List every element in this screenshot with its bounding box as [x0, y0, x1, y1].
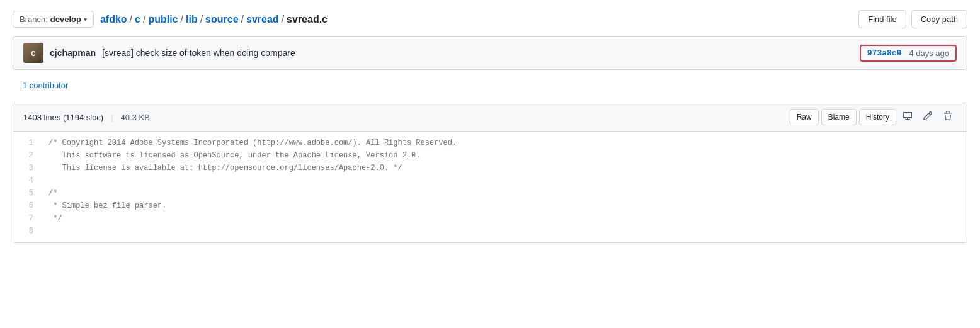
chevron-down-icon: ▾ — [84, 16, 87, 23]
commit-author[interactable]: cjchapman — [50, 48, 96, 58]
line-content: /* Copyright 2014 Adobe Systems Incorpor… — [43, 137, 967, 149]
breadcrumb: afdko / c / public / lib / source / svre… — [100, 14, 328, 25]
contributor-bar: 1 contributor — [13, 75, 967, 95]
blame-button[interactable]: Blame — [821, 109, 857, 125]
breadcrumb-afdko[interactable]: afdko — [100, 14, 127, 25]
line-number[interactable]: 2 — [13, 149, 43, 162]
top-bar: Branch: develop ▾ afdko / c / public / l… — [13, 10, 967, 28]
file-actions: Raw Blame History — [790, 108, 957, 126]
sep-3: / — [181, 14, 183, 25]
contributor-count: 1 — [23, 81, 27, 90]
commit-sha[interactable]: 973a8c9 — [867, 48, 902, 58]
commit-time: 4 days ago — [909, 48, 949, 58]
avatar-image: c — [23, 43, 43, 63]
file-size: 40.3 KB — [121, 113, 150, 122]
table-row: 1/* Copyright 2014 Adobe Systems Incorpo… — [13, 137, 967, 149]
table-row: 6 * Simple bez file parser. — [13, 200, 967, 212]
breadcrumb-source[interactable]: source — [205, 14, 238, 25]
line-number[interactable]: 4 — [13, 174, 43, 187]
line-number[interactable]: 7 — [13, 212, 43, 225]
commit-bar-left: c cjchapman [svread] check size of token… — [23, 43, 295, 63]
sep-4: / — [200, 14, 203, 25]
line-content: /* — [43, 187, 967, 200]
breadcrumb-c[interactable]: c — [135, 14, 140, 25]
line-number[interactable]: 1 — [13, 137, 43, 149]
desktop-icon[interactable] — [899, 108, 916, 126]
history-button[interactable]: History — [859, 109, 896, 125]
commit-sha-badge: 973a8c9 4 days ago — [860, 45, 957, 62]
file-size-divider: | — [111, 113, 113, 122]
file-info: 1408 lines (1194 sloc) | 40.3 KB — [23, 113, 150, 122]
file-header: 1408 lines (1194 sloc) | 40.3 KB Raw Bla… — [13, 103, 967, 132]
table-row: 3 This license is available at: http://o… — [13, 162, 967, 174]
avatar: c — [23, 43, 43, 63]
commit-message: [svread] check size of token when doing … — [102, 48, 295, 58]
table-row: 4 — [13, 174, 967, 187]
table-row: 8 — [13, 225, 967, 237]
sep-6: / — [282, 14, 284, 25]
top-bar-right: Find file Copy path — [858, 10, 967, 28]
line-content: * Simple bez file parser. — [43, 200, 967, 212]
branch-name: develop — [50, 14, 81, 24]
breadcrumb-public[interactable]: public — [148, 14, 178, 25]
code-area: 1/* Copyright 2014 Adobe Systems Incorpo… — [13, 132, 967, 242]
line-number[interactable]: 5 — [13, 187, 43, 200]
file-view: 1408 lines (1194 sloc) | 40.3 KB Raw Bla… — [13, 103, 967, 243]
sep-1: / — [130, 14, 132, 25]
copy-path-button[interactable]: Copy path — [911, 10, 967, 28]
line-number[interactable]: 6 — [13, 200, 43, 212]
line-content: This software is licensed as OpenSource,… — [43, 149, 967, 162]
top-bar-left: Branch: develop ▾ afdko / c / public / l… — [13, 11, 328, 28]
contributor-label: contributor — [30, 81, 68, 90]
breadcrumb-svread[interactable]: svread — [246, 14, 279, 25]
table-row: 7 */ — [13, 212, 967, 225]
delete-icon[interactable] — [939, 108, 957, 126]
edit-icon[interactable] — [919, 108, 937, 126]
sep-5: / — [241, 14, 244, 25]
sep-2: / — [143, 14, 145, 25]
line-number[interactable]: 3 — [13, 162, 43, 174]
file-lines: 1408 lines (1194 sloc) — [23, 113, 103, 122]
line-content: This license is available at: http://ope… — [43, 162, 967, 174]
line-number[interactable]: 8 — [13, 225, 43, 237]
breadcrumb-filename: svread.c — [287, 14, 328, 25]
contributor-link[interactable]: 1 contributor — [23, 81, 68, 90]
table-row: 5/* — [13, 187, 967, 200]
find-file-button[interactable]: Find file — [858, 10, 906, 28]
branch-label: Branch: — [20, 14, 48, 24]
line-content: */ — [43, 212, 967, 225]
breadcrumb-lib[interactable]: lib — [186, 14, 198, 25]
commit-bar: c cjchapman [svread] check size of token… — [13, 36, 967, 70]
raw-button[interactable]: Raw — [790, 109, 819, 125]
branch-selector[interactable]: Branch: develop ▾ — [13, 11, 94, 28]
table-row: 2 This software is licensed as OpenSourc… — [13, 149, 967, 162]
